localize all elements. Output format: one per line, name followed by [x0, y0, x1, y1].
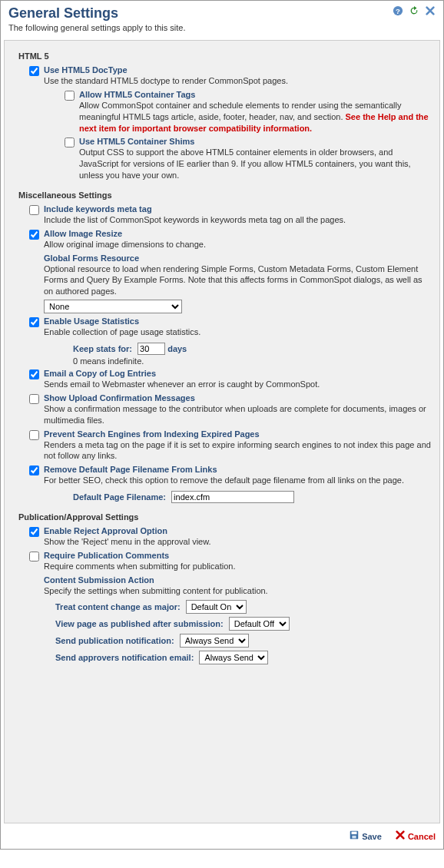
- upload-confirm-desc: Show a confirmation message to the contr…: [44, 403, 433, 426]
- close-icon[interactable]: [425, 5, 436, 18]
- container-shims-desc: Output CSS to support the above HTML5 co…: [79, 147, 433, 181]
- email-log-checkbox[interactable]: [29, 369, 39, 379]
- allow-container-tags-checkbox[interactable]: [65, 91, 75, 101]
- email-log-label: Email a Copy of Log Entries: [44, 369, 433, 378]
- require-comments-row: Require Publication Comments Require com…: [29, 551, 433, 572]
- cancel-button-label: Cancel: [408, 832, 436, 841]
- allow-container-tags-row: Allow HTML5 Container Tags Allow CommonS…: [65, 90, 433, 134]
- default-filename-input[interactable]: [171, 491, 294, 503]
- prevent-search-checkbox[interactable]: [29, 430, 39, 440]
- pub-notif-select[interactable]: Always Send: [180, 634, 249, 648]
- cancel-icon: [395, 830, 406, 843]
- save-button-label: Save: [362, 832, 382, 841]
- settings-scroll-area[interactable]: HTML 5 Use HTML5 DocType Use the standar…: [4, 40, 440, 823]
- remove-default-filename-label: Remove Default Page Filename From Links: [44, 465, 433, 474]
- upload-confirm-checkbox[interactable]: [29, 394, 39, 404]
- use-html5-doctype-checkbox[interactable]: [29, 66, 39, 76]
- require-comments-label: Require Publication Comments: [44, 551, 433, 560]
- keywords-meta-label: Include keywords meta tag: [44, 204, 433, 214]
- container-shims-checkbox[interactable]: [65, 137, 75, 147]
- default-filename-label: Default Page Filename:: [73, 492, 166, 502]
- email-log-row: Email a Copy of Log Entries Sends email …: [29, 369, 433, 390]
- keep-stats-note: 0 means indefinite.: [73, 356, 433, 366]
- page-subtitle: The following general settings apply to …: [8, 23, 436, 32]
- use-html5-doctype-row: Use HTML5 DocType Use the standard HTML5…: [29, 65, 433, 87]
- global-forms-select[interactable]: None: [44, 300, 182, 313]
- treat-major-label: Treat content change as major:: [55, 602, 181, 611]
- upload-confirm-label: Show Upload Confirmation Messages: [44, 393, 433, 403]
- view-after-label: View page as published after submission:: [55, 619, 224, 628]
- dialog-footer: Save Cancel: [1, 823, 443, 849]
- content-submission-row: Content Submission Action Specify the se…: [29, 575, 433, 597]
- section-publication: Publication/Approval Settings: [18, 512, 433, 522]
- keep-stats-unit: days: [167, 344, 187, 353]
- help-icon[interactable]: ?: [393, 5, 403, 18]
- content-submission-desc: Specify the settings when submitting con…: [44, 585, 433, 597]
- use-html5-doctype-label: Use HTML5 DocType: [44, 65, 433, 75]
- global-forms-label: Global Forms Resource: [44, 253, 433, 263]
- usage-stats-label: Enable Usage Statistics: [44, 316, 433, 326]
- pub-notif-label: Send publication notification:: [55, 636, 174, 645]
- reject-approval-label: Enable Reject Approval Option: [44, 526, 433, 535]
- image-resize-row: Allow Image Resize Allow original image …: [29, 229, 433, 250]
- save-icon: [349, 830, 360, 843]
- require-comments-checkbox[interactable]: [29, 552, 39, 562]
- keep-stats-input[interactable]: [138, 343, 165, 355]
- use-html5-doctype-desc: Use the standard HTML5 doctype to render…: [44, 75, 433, 87]
- appr-notif-label: Send approvers notification email:: [55, 653, 194, 662]
- view-after-row: View page as published after submission:…: [55, 617, 433, 631]
- svg-rect-4: [353, 836, 356, 839]
- usage-stats-desc: Enable collection of page usage statisti…: [44, 326, 433, 338]
- treat-major-select[interactable]: Default On: [186, 600, 247, 614]
- content-submission-label: Content Submission Action: [44, 575, 433, 585]
- reject-approval-desc: Show the 'Reject' menu in the approval v…: [44, 536, 433, 548]
- page-title: General Settings: [8, 5, 436, 22]
- prevent-search-desc: Renders a meta tag on the page if it is …: [44, 439, 433, 462]
- header-actions: ?: [389, 5, 436, 18]
- keywords-meta-checkbox[interactable]: [29, 205, 39, 215]
- remove-default-filename-desc: For better SEO, check this option to rem…: [44, 475, 433, 486]
- image-resize-checkbox[interactable]: [29, 230, 39, 240]
- container-shims-row: Use HTML5 Container Shims Output CSS to …: [65, 137, 433, 181]
- require-comments-desc: Require comments when submitting for pub…: [44, 561, 433, 572]
- appr-notif-select[interactable]: Always Send: [199, 651, 268, 664]
- general-settings-dialog: General Settings The following general s…: [0, 0, 444, 850]
- email-log-desc: Sends email to Webmaster whenever an err…: [44, 379, 433, 390]
- section-html5: HTML 5: [18, 51, 433, 61]
- cancel-button[interactable]: Cancel: [395, 830, 436, 843]
- global-forms-row: Global Forms Resource Optional resource …: [29, 253, 433, 314]
- usage-stats-row: Enable Usage Statistics Enable collectio…: [29, 316, 433, 366]
- allow-container-tags-label: Allow HTML5 Container Tags: [79, 90, 433, 99]
- prevent-search-label: Prevent Search Engines from Indexing Exp…: [44, 429, 433, 439]
- image-resize-desc: Allow original image dimensions to chang…: [44, 239, 433, 250]
- remove-default-filename-checkbox[interactable]: [29, 465, 39, 475]
- usage-stats-checkbox[interactable]: [29, 317, 39, 327]
- svg-text:?: ?: [396, 7, 400, 15]
- allow-container-tags-desc: Allow CommonSpot container and schedule …: [79, 100, 433, 134]
- svg-rect-3: [352, 832, 357, 835]
- reject-approval-checkbox[interactable]: [29, 527, 39, 537]
- view-after-select[interactable]: Default Off: [229, 617, 290, 631]
- keywords-meta-desc: Include the list of CommonSpot keywords …: [44, 214, 433, 226]
- global-forms-desc: Optional resource to load when rendering…: [44, 263, 433, 298]
- refresh-icon[interactable]: [409, 5, 419, 18]
- prevent-search-row: Prevent Search Engines from Indexing Exp…: [29, 429, 433, 462]
- container-shims-label: Use HTML5 Container Shims: [79, 137, 433, 146]
- dialog-header: General Settings The following general s…: [1, 1, 443, 40]
- reject-approval-row: Enable Reject Approval Option Show the '…: [29, 526, 433, 548]
- keywords-meta-row: Include keywords meta tag Include the li…: [29, 204, 433, 226]
- treat-major-row: Treat content change as major: Default O…: [55, 600, 433, 614]
- keep-stats-label: Keep stats for:: [73, 344, 132, 353]
- section-misc: Miscellaneous Settings: [18, 190, 433, 200]
- save-button[interactable]: Save: [349, 830, 382, 843]
- pub-notif-row: Send publication notification: Always Se…: [55, 634, 433, 648]
- appr-notif-row: Send approvers notification email: Alway…: [55, 651, 433, 664]
- upload-confirm-row: Show Upload Confirmation Messages Show a…: [29, 393, 433, 426]
- image-resize-label: Allow Image Resize: [44, 229, 433, 238]
- remove-default-filename-row: Remove Default Page Filename From Links …: [29, 465, 433, 503]
